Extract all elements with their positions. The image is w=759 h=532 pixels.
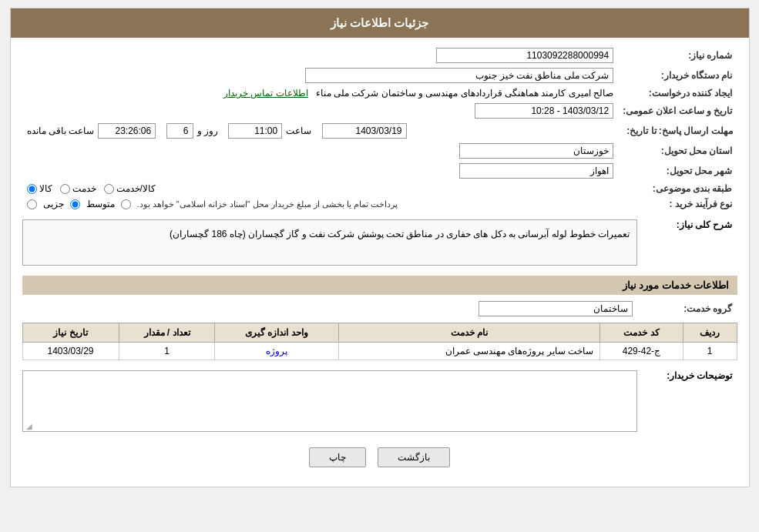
services-section-title: اطلاعات خدمات مورد نیاز bbox=[22, 276, 737, 295]
resize-handle: ◢ bbox=[25, 422, 32, 430]
service-group-row: گروه خدمت: ساختمان bbox=[22, 299, 737, 319]
buyer-org-row: نام دستگاه خریدار: شرکت ملی مناطق نفت خی… bbox=[22, 65, 737, 85]
buyer-org-value: شرکت ملی مناطق نفت خیز جنوب bbox=[22, 65, 619, 85]
description-content: تعمیرات خطوط لوله آبرسانی به دکل های حفا… bbox=[22, 216, 637, 269]
content-area: شماره نیاز: 1103092288000994 نام دستگاه … bbox=[11, 38, 749, 487]
procurement-radio-esnad[interactable] bbox=[121, 199, 131, 209]
category-radio-2[interactable] bbox=[60, 184, 70, 194]
category-option-3[interactable]: کالا/خدمت bbox=[104, 183, 156, 194]
table-row: 1 ج-42-429 ساخت سایر پروژه‌های مهندسی عم… bbox=[22, 343, 737, 360]
service-group-table: گروه خدمت: ساختمان bbox=[22, 299, 737, 319]
delivery-city-label: شهر محل تحویل: bbox=[618, 161, 737, 181]
procurement-label-1: جزیی bbox=[43, 199, 64, 209]
category-option-1[interactable]: کالا bbox=[27, 183, 52, 194]
buyer-desc-content: ◢ bbox=[22, 366, 637, 436]
page-title: جزئیات اطلاعات نیاز bbox=[331, 16, 428, 29]
col-date: تاریخ نیاز bbox=[22, 323, 119, 343]
page-header: جزئیات اطلاعات نیاز bbox=[11, 8, 749, 38]
cell-date: 1403/03/29 bbox=[22, 343, 119, 360]
delivery-city-row: شهر محل تحویل: اهواز bbox=[22, 161, 737, 181]
creator-link[interactable]: اطلاعات تماس خریدار bbox=[223, 88, 308, 99]
announce-field: 1403/03/12 - 10:28 bbox=[475, 103, 613, 119]
description-text: تعمیرات خطوط لوله آبرسانی به دکل های حفا… bbox=[22, 219, 637, 266]
col-unit: واحد اندازه گیری bbox=[215, 323, 338, 343]
delivery-city-field: اهواز bbox=[459, 163, 613, 179]
category-label: طبقه بندی موضوعی: bbox=[618, 181, 737, 196]
category-option-2[interactable]: خدمت bbox=[60, 183, 96, 194]
announce-row: تاریخ و ساعت اعلان عمومی: 1403/03/12 - 1… bbox=[22, 101, 737, 121]
col-row: ردیف bbox=[683, 323, 737, 343]
procurement-desc: پرداخت تمام یا بخشی از مبلغ خریدار محل "… bbox=[137, 199, 398, 209]
services-table: ردیف کد خدمت نام خدمت واحد اندازه گیری ت… bbox=[22, 323, 737, 360]
back-button[interactable]: بازگشت bbox=[378, 447, 450, 467]
description-section: شرح کلی نیاز: تعمیرات خطوط لوله آبرسانی … bbox=[22, 216, 737, 269]
procurement-label-2: متوسط bbox=[86, 199, 115, 209]
procurement-radio-medium[interactable] bbox=[70, 199, 80, 209]
info-table: شماره نیاز: 1103092288000994 نام دستگاه … bbox=[22, 45, 737, 212]
send-remaining-label: ساعت باقی مانده bbox=[27, 125, 95, 136]
col-code: کد خدمت bbox=[600, 323, 683, 343]
buyer-org-label: نام دستگاه خریدار: bbox=[618, 65, 737, 85]
category-radio-1[interactable] bbox=[27, 184, 37, 194]
delivery-province-label: استان محل تحویل: bbox=[618, 141, 737, 161]
cell-name: ساخت سایر پروژه‌های مهندسی عمران bbox=[338, 343, 600, 360]
announce-value: 1403/03/12 - 10:28 bbox=[22, 101, 619, 121]
cell-row: 1 bbox=[683, 343, 737, 360]
services-table-header: ردیف کد خدمت نام خدمت واحد اندازه گیری ت… bbox=[22, 323, 737, 343]
procurement-label: نوع فرآیند خرید : bbox=[618, 196, 737, 212]
send-deadline-label: مهلت ارسال پاسخ: تا تاریخ: bbox=[618, 121, 737, 141]
need-number-value: 1103092288000994 bbox=[22, 45, 619, 65]
buyer-desc-field[interactable]: ◢ bbox=[22, 370, 637, 432]
send-days-field: 6 bbox=[166, 123, 193, 139]
print-button[interactable]: چاپ bbox=[309, 447, 366, 467]
description-label: شرح کلی نیاز: bbox=[637, 216, 737, 269]
col-qty: تعداد / مقدار bbox=[119, 323, 215, 343]
need-number-label: شماره نیاز: bbox=[618, 45, 737, 65]
category-row: طبقه بندی موضوعی: کالا/خدمت خدمت کالا bbox=[22, 181, 737, 196]
category-options: کالا/خدمت خدمت کالا bbox=[22, 181, 619, 196]
category-option-2-label: خدمت bbox=[72, 183, 96, 194]
buttons-row: بازگشت چاپ bbox=[22, 440, 737, 479]
creator-label: ایجاد کننده درخواست: bbox=[618, 85, 737, 101]
send-time-field: 11:00 bbox=[228, 123, 282, 139]
creator-row: ایجاد کننده درخواست: صالح امیری کارمند ه… bbox=[22, 85, 737, 101]
cell-qty: 1 bbox=[119, 343, 215, 360]
buyer-org-field: شرکت ملی مناطق نفت خیز جنوب bbox=[305, 68, 613, 83]
buyer-desc-section: توضیحات خریدار: ◢ bbox=[22, 366, 737, 436]
send-date-field: 1403/03/19 bbox=[322, 123, 407, 139]
announce-label: تاریخ و ساعت اعلان عمومی: bbox=[618, 101, 737, 121]
need-number-field: 1103092288000994 bbox=[436, 48, 613, 63]
need-number-row: شماره نیاز: 1103092288000994 bbox=[22, 45, 737, 65]
send-day-label: روز و bbox=[197, 125, 218, 136]
cell-unit: پروژه bbox=[215, 343, 338, 360]
category-option-1-label: کالا bbox=[39, 183, 52, 194]
services-table-body: 1 ج-42-429 ساخت سایر پروژه‌های مهندسی عم… bbox=[22, 343, 737, 360]
creator-value: صالح امیری کارمند هماهنگی قراردادهای مهن… bbox=[22, 85, 619, 101]
send-remaining-field: 23:26:06 bbox=[98, 123, 156, 139]
category-radio-3[interactable] bbox=[104, 184, 114, 194]
procurement-row: نوع فرآیند خرید : پرداخت تمام یا بخشی از… bbox=[22, 196, 737, 212]
category-option-3-label: کالا/خدمت bbox=[116, 183, 156, 194]
send-deadline-values: 1403/03/19 ساعت 11:00 روز و 6 23:26:06 س… bbox=[22, 121, 619, 141]
delivery-city-value: اهواز bbox=[22, 161, 619, 181]
col-name: نام خدمت bbox=[338, 323, 600, 343]
delivery-province-field: خوزستان bbox=[459, 143, 613, 159]
main-container: جزئیات اطلاعات نیاز شماره نیاز: 11030922… bbox=[10, 8, 750, 487]
cell-code: ج-42-429 bbox=[600, 343, 683, 360]
buyer-desc-label: توضیحات خریدار: bbox=[637, 366, 737, 436]
send-time-label: ساعت bbox=[286, 125, 311, 136]
delivery-province-value: خوزستان bbox=[22, 141, 619, 161]
send-deadline-row: مهلت ارسال پاسخ: تا تاریخ: 1403/03/19 سا… bbox=[22, 121, 737, 141]
procurement-radio-partial[interactable] bbox=[27, 199, 37, 209]
service-group-label: گروه خدمت: bbox=[637, 299, 737, 319]
delivery-province-row: استان محل تحویل: خوزستان bbox=[22, 141, 737, 161]
service-group-value: ساختمان bbox=[22, 299, 637, 319]
service-group-field: ساختمان bbox=[479, 301, 633, 316]
creator-text: صالح امیری کارمند هماهنگی قراردادهای مهن… bbox=[316, 88, 613, 99]
procurement-options: پرداخت تمام یا بخشی از مبلغ خریدار محل "… bbox=[22, 196, 619, 212]
